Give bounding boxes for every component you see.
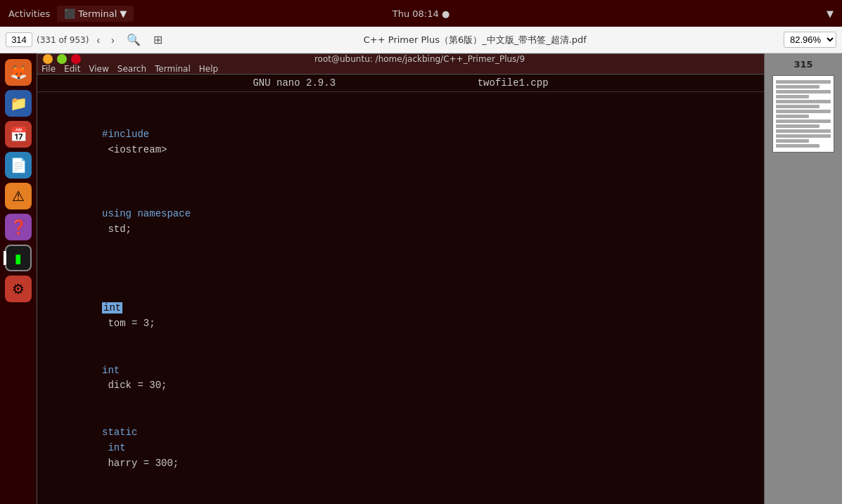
- system-bar-right: ▼: [827, 8, 834, 19]
- terminal-title: root@ubuntu: /home/jackbing/C++_Primer_P…: [81, 54, 758, 64]
- code-line-int-dick: int dick = 30;: [37, 347, 764, 410]
- terminal-tab-icon: ⬛: [64, 8, 75, 19]
- pdf-toolbar-left: (331 of 953) ‹ › 🔍 ⊞: [6, 31, 167, 49]
- thumb-line-4: [776, 95, 809, 98]
- keyword-static: static: [102, 427, 137, 438]
- main-area: 🦊 📁 📅 📄 ⚠ ❓ ▮ ⚙: [0, 53, 842, 504]
- nano-content[interactable]: #include <iostream> using namespace std;…: [37, 92, 764, 504]
- dock: 🦊 📁 📅 📄 ⚠ ❓ ▮ ⚙: [0, 53, 37, 504]
- terminal-tab-arrow: ▼: [120, 8, 127, 19]
- activities-button[interactable]: Activities: [8, 8, 50, 19]
- nano-header: GNU nano 2.9.3 twofile1.cpp: [37, 75, 764, 92]
- terminal-window: root@ubuntu: /home/jackbing/C++_Primer_P…: [37, 53, 765, 504]
- settings-icon: ⚙: [12, 280, 25, 297]
- highlighted-int: int: [102, 302, 122, 314]
- thumb-line-6: [776, 105, 819, 108]
- nano-app-name: GNU nano 2.9.3: [253, 77, 336, 89]
- keyword-int2: int: [102, 365, 120, 376]
- terminal-controls: [43, 54, 81, 64]
- code-tom: tom = 3;: [102, 318, 155, 329]
- dock-icon-files[interactable]: 📁: [5, 90, 32, 117]
- page-number-input[interactable]: [6, 32, 32, 47]
- code-line-4: using namespace std;: [37, 190, 764, 253]
- keyword-using: using namespace: [102, 208, 191, 219]
- menu-search[interactable]: Search: [117, 64, 146, 74]
- prev-page-button[interactable]: ‹: [93, 32, 103, 48]
- thumb-line-3: [776, 90, 831, 93]
- system-bar-clock: Thu 08:14 ●: [393, 8, 450, 19]
- code-line-5: [37, 253, 764, 270]
- keyword-int3: int: [102, 442, 126, 453]
- keyword-include: #include: [102, 129, 149, 140]
- terminal-icon: ▮: [15, 251, 22, 266]
- pdf-toolbar-right: 82.96%: [784, 32, 836, 48]
- dock-icon-terminal[interactable]: ▮: [5, 245, 32, 271]
- system-bar-left: Activities ⬛ Terminal ▼: [8, 6, 134, 22]
- pdf-sidebar: 315: [765, 53, 842, 504]
- code-line-2: #include <iostream>: [37, 112, 764, 174]
- calendar-icon: 📅: [10, 126, 27, 143]
- thumb-line-2: [776, 85, 819, 89]
- menu-view[interactable]: View: [89, 64, 108, 74]
- code-line-int-tom: int tom = 3;: [37, 270, 764, 347]
- search-button[interactable]: 🔍: [122, 31, 145, 49]
- system-bar: Activities ⬛ Terminal ▼ Thu 08:14 ● ▼: [0, 0, 842, 27]
- thumb-line-10: [776, 124, 819, 128]
- docs-icon: 📄: [10, 157, 27, 174]
- pdf-sidebar-page-num: 315: [793, 59, 812, 70]
- dock-icon-docs[interactable]: 📄: [5, 152, 32, 179]
- include-content: <iostream>: [102, 144, 167, 155]
- thumb-line-8: [776, 115, 809, 118]
- help-icon: ❓: [10, 219, 27, 235]
- code-line-static-harry: static int harry = 300;: [37, 410, 764, 487]
- code-dick: dick = 30;: [102, 380, 167, 391]
- menu-file[interactable]: File: [42, 64, 56, 74]
- thumb-line-9: [776, 119, 831, 123]
- pdf-thumbnail[interactable]: [772, 75, 834, 153]
- pdf-toolbar: (331 of 953) ‹ › 🔍 ⊞ C++ Primer Plus（第6版…: [0, 27, 842, 53]
- thumb-line-1: [776, 80, 831, 84]
- dock-icon-calendar[interactable]: 📅: [5, 121, 32, 148]
- terminal-tab-label: Terminal: [78, 8, 117, 19]
- terminal-menubar: File Edit View Search Terminal Help: [37, 64, 764, 75]
- menu-help[interactable]: Help: [199, 64, 218, 74]
- pdf-filename: C++ Primer Plus（第6版）_中文版_带书签_超清.pdf: [172, 34, 778, 46]
- terminal-tab[interactable]: ⬛ Terminal ▼: [57, 6, 134, 22]
- maximize-button[interactable]: [57, 54, 67, 64]
- files-icon: 📁: [10, 95, 27, 112]
- menu-edit[interactable]: Edit: [64, 64, 80, 74]
- terminal-titlebar: root@ubuntu: /home/jackbing/C++_Primer_P…: [37, 54, 764, 64]
- page-total: (331 of 953): [37, 35, 89, 45]
- dock-icon-warning[interactable]: ⚠: [5, 183, 32, 209]
- dock-icon-firefox[interactable]: 🦊: [5, 59, 32, 86]
- code-harry: harry = 300;: [102, 458, 179, 469]
- code-line-1: [37, 95, 764, 112]
- nano-filename: twofile1.cpp: [478, 77, 549, 89]
- nano-editor: GNU nano 2.9.3 twofile1.cpp #include <io…: [37, 75, 764, 504]
- firefox-icon: 🦊: [10, 64, 27, 81]
- code-line-empty1: [37, 487, 764, 504]
- dock-icon-settings[interactable]: ⚙: [5, 276, 32, 302]
- doc-view-button[interactable]: ⊞: [149, 31, 167, 49]
- dock-icon-help[interactable]: ❓: [5, 214, 32, 240]
- code-line-3: [37, 174, 764, 190]
- thumb-line-12: [776, 134, 831, 138]
- namespace-std: std;: [102, 224, 132, 235]
- zoom-select[interactable]: 82.96%: [784, 32, 836, 48]
- close-button[interactable]: [71, 54, 81, 64]
- thumb-line-7: [776, 110, 831, 113]
- thumb-line-14: [776, 144, 819, 148]
- thumb-line-11: [776, 129, 831, 133]
- warning-icon: ⚠: [12, 188, 25, 205]
- thumb-line-13: [776, 139, 809, 143]
- menu-terminal[interactable]: Terminal: [155, 64, 191, 74]
- thumb-line-5: [776, 100, 831, 103]
- minimize-button[interactable]: [43, 54, 53, 64]
- next-page-button[interactable]: ›: [108, 32, 118, 48]
